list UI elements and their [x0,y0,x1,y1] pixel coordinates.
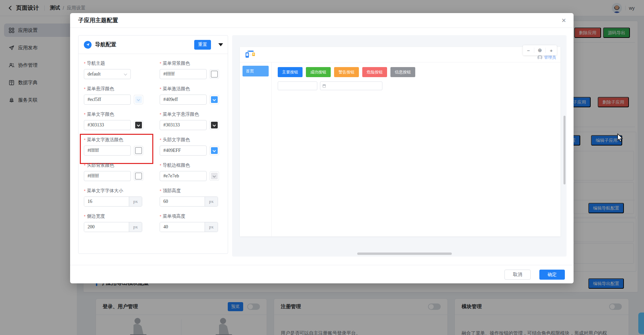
menu-text-color-input[interactable] [84,120,131,130]
field-header-text-color: *头部文字颜色 [160,137,225,156]
required-asterisk: * [84,112,86,117]
preview-menu-home[interactable]: 首页 [243,66,269,76]
required-asterisk: * [160,188,161,193]
chevron-down-icon [212,123,216,126]
nav-config-title: 导航配置 [95,41,116,48]
chevron-down-icon [212,98,216,101]
menu-bg-color-swatch[interactable] [210,69,219,79]
success-demo-button[interactable]: 成功按钮 [306,67,331,77]
admin-label: 管理员 [544,55,556,60]
menu-text-active-color-swatch[interactable] [134,146,143,155]
field-menu-text-hover-color: *菜单文字悬浮颜色 [160,111,225,130]
close-icon[interactable]: ✕ [561,17,566,24]
px-suffix: px [129,197,142,206]
chevron-down-icon [212,72,216,75]
preview-app-header: 管理员 [240,47,560,62]
menu-hover-color-input[interactable] [84,95,131,105]
required-asterisk: * [84,61,86,66]
subapp-theme-dialog: 子应用主题配置 ✕ 导航配置 重置 *导航主题 default [70,13,574,283]
required-asterisk: * [84,188,86,193]
theme-preview-panel: − ⊕ + 管理员 [232,35,567,257]
zoom-reset-icon[interactable]: ⊕ [534,47,545,53]
menu-text-color-swatch[interactable] [134,120,143,130]
nav-config-header: 导航配置 重置 [78,36,228,54]
info-demo-button[interactable]: 信息按钮 [390,67,415,77]
required-asterisk: * [84,87,86,92]
chevron-down-icon [137,98,140,101]
menu-bg-color-input[interactable] [160,69,207,79]
dialog-footer: 取消 确定 [70,265,574,283]
menu-active-color-input[interactable] [160,95,207,105]
header-bg-color-input[interactable] [84,171,131,181]
field-label: 侧边宽度 [87,213,105,219]
nav-theme-select[interactable]: default [84,69,131,79]
nav-config-panel: 导航配置 重置 *导航主题 default *菜单背景颜色 [78,35,228,254]
preview-app: 管理员 首页 主要按钮 成功按钮 警告按钮 危险按钮 信息按钮 [240,47,560,236]
chevron-down-icon [212,174,216,177]
caret-down-icon[interactable] [218,43,223,46]
field-label: 菜单文字颜色 [87,111,114,117]
field-label: 菜单文字激活颜色 [87,137,123,143]
demo-date-input[interactable] [320,81,382,90]
field-menu-item-height: *菜单项高度 px [160,213,225,232]
preview-main: 主要按钮 成功按钮 警告按钮 危险按钮 信息按钮 [272,62,560,236]
menu-text-hover-color-input[interactable] [160,120,207,130]
required-asterisk: * [160,163,161,168]
nav-border-color-swatch[interactable] [210,171,219,181]
chevron-down-icon [124,72,127,75]
field-menu-text-color: *菜单文字颜色 [84,111,160,130]
menu-text-active-color-input[interactable] [84,146,131,156]
chevron-down-icon [137,174,140,177]
preview-admin: 管理员 [537,55,556,60]
px-suffix: px [205,197,218,206]
required-asterisk: * [84,163,86,168]
header-bg-color-swatch[interactable] [134,171,143,181]
danger-demo-button[interactable]: 危险按钮 [362,67,387,77]
cancel-button[interactable]: 取消 [504,270,531,280]
reset-button[interactable]: 重置 [194,40,211,50]
horizontal-scrollbar[interactable] [357,253,452,255]
app-logo-icon [244,50,256,59]
modal-scrollbar[interactable] [564,116,566,184]
field-menu-bg-color: *菜单背景颜色 [160,60,225,79]
field-label: 菜单悬浮颜色 [87,86,114,92]
mouse-cursor [617,133,624,143]
field-menu-font-size: *菜单文字字体大小 px [84,188,160,207]
field-label: 菜单项高度 [163,213,185,219]
dialog-title: 子应用主题配置 [78,16,118,24]
field-menu-hover-color: *菜单悬浮颜色 [84,86,160,105]
primary-demo-button[interactable]: 主要按钮 [278,67,303,77]
warning-demo-button[interactable]: 警告按钮 [334,67,359,77]
field-menu-text-active-color: *菜单文字激活颜色 [84,137,160,156]
demo-text-input[interactable] [278,81,317,90]
side-width-input[interactable] [84,222,129,232]
required-asterisk: * [160,87,161,92]
nav-border-color-input[interactable] [160,171,207,181]
required-asterisk: * [160,61,161,66]
preview-sidebar: 首页 [240,62,272,236]
required-asterisk: * [160,112,161,117]
dialog-header: 子应用主题配置 [70,13,574,28]
field-label: 头部背景颜色 [87,162,114,168]
confirm-button[interactable]: 确定 [539,270,565,280]
menu-text-hover-color-swatch[interactable] [210,120,219,130]
menu-hover-color-swatch[interactable] [134,95,143,104]
field-label: 菜单文字悬浮颜色 [163,111,199,117]
preview-zoom-controls: − ⊕ + [523,45,557,55]
field-label: 头部文字颜色 [163,137,190,143]
navigation-icon [84,41,92,49]
menu-item-height-input[interactable] [160,222,205,232]
menu-active-color-swatch[interactable] [210,95,219,104]
header-text-color-swatch[interactable] [210,146,219,155]
chevron-down-icon [137,123,140,126]
header-text-color-input[interactable] [160,146,207,156]
top-height-input[interactable] [160,197,205,206]
select-value: default [88,71,101,77]
zoom-in-icon[interactable]: + [546,48,557,53]
nav-config-fields: *导航主题 default *菜单背景颜色 *菜单悬浮颜色 [78,54,228,232]
chevron-down-icon [212,149,216,152]
zoom-out-icon[interactable]: − [523,48,534,53]
field-label: 顶部高度 [163,188,181,194]
field-label: 菜单文字字体大小 [87,188,123,194]
menu-font-size-input[interactable] [84,197,129,206]
